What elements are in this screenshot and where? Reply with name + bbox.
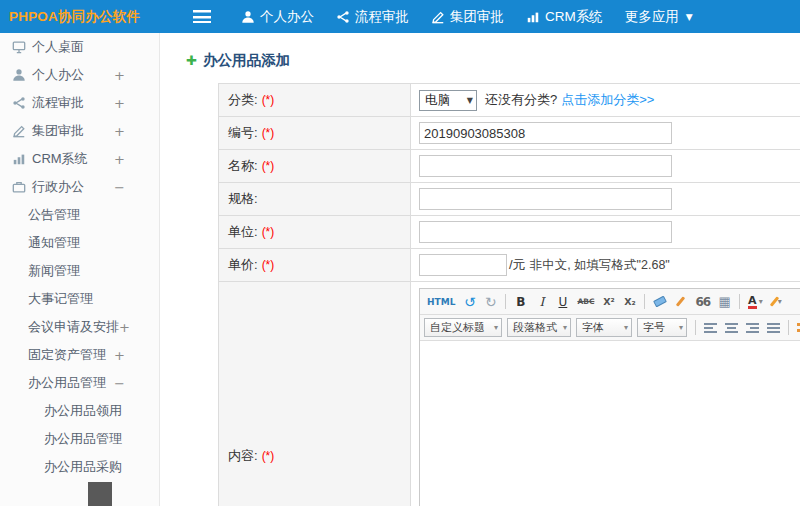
superscript-button[interactable]: X²	[599, 292, 618, 312]
source-code-button[interactable]: HTML	[424, 292, 458, 312]
category-select-value: 电脑	[425, 92, 450, 109]
expand-toggle[interactable]: +	[114, 96, 125, 111]
required-mark: (*)	[262, 225, 275, 239]
expand-toggle[interactable]: +	[114, 152, 125, 167]
code-input[interactable]	[419, 122, 672, 144]
sidebar-item-group-approval[interactable]: 集团审批 +	[0, 117, 159, 145]
code-label: 编号:	[228, 124, 258, 142]
font-family-label: 字体	[582, 320, 604, 335]
unit-input[interactable]	[419, 221, 672, 243]
nav-process-approval[interactable]: 流程审批	[336, 8, 409, 26]
sidebar-item-label: 办公用品管理	[28, 374, 106, 392]
add-category-link[interactable]: 点击添加分类>>	[561, 91, 654, 109]
font-color-button[interactable]: A▾	[745, 292, 766, 312]
align-justify-icon	[767, 322, 780, 333]
collapse-toggle[interactable]: −	[114, 180, 125, 195]
sidebar-item-announcement-mgmt[interactable]: 公告管理	[0, 201, 159, 229]
caret-down-icon: ▾	[494, 323, 498, 332]
remove-format-button[interactable]	[650, 292, 669, 312]
bold-button[interactable]: B	[511, 292, 530, 312]
hamburger-menu-icon[interactable]	[193, 10, 211, 23]
sidebar-item-meeting-request[interactable]: 会议申请及安排 +	[0, 313, 159, 341]
sidebar-item-process-approval[interactable]: 流程审批 +	[0, 89, 159, 117]
nav-group-approval[interactable]: 集团审批	[431, 8, 504, 26]
sidebar-item-office-supplies-mgmt[interactable]: 办公用品管理 −	[0, 369, 159, 397]
font-family-select[interactable]: 字体▾	[576, 318, 632, 337]
nav-label: CRM系统	[545, 8, 603, 26]
subscript-button[interactable]: X₂	[620, 292, 639, 312]
flow-icon	[336, 10, 350, 24]
sidebar-item-notice-mgmt[interactable]: 通知管理	[0, 229, 159, 257]
custom-heading-label: 自定义标题	[430, 320, 485, 335]
table-button[interactable]: ▦	[715, 292, 734, 312]
sidebar-item-supplies-claim[interactable]: 办公用品领用	[0, 397, 159, 425]
select-caret-icon: ▼	[467, 96, 473, 105]
sidebar-item-supplies-purchase[interactable]: 办公用品采购	[0, 453, 159, 481]
form-row-code: 编号: (*)	[219, 117, 800, 150]
collapse-toggle[interactable]: −	[114, 376, 125, 391]
form-row-spec: 规格:	[219, 183, 800, 216]
custom-heading-select[interactable]: 自定义标题▾	[424, 318, 502, 337]
nav-label: 集团审批	[450, 8, 504, 26]
top-navigation: 个人办公 流程审批 集团审批 CRM系统 更多应用 ▼	[241, 8, 693, 26]
expand-toggle[interactable]: +	[119, 320, 130, 335]
sidebar-scrollbar-thumb[interactable]	[88, 482, 112, 506]
spec-label: 规格:	[228, 190, 258, 208]
undo-button[interactable]: ↺	[460, 292, 479, 312]
name-input[interactable]	[419, 155, 672, 177]
brush-icon	[676, 296, 685, 306]
main-content: ✚ 办公用品添加 分类: (*) 电脑 ▼ 还没有分类? 点击添加分类>> 编号…	[160, 33, 800, 506]
sidebar-item-personal-desktop[interactable]: 个人桌面	[0, 33, 159, 61]
highlight-button[interactable]: ▾	[768, 292, 787, 312]
expand-toggle[interactable]: +	[114, 124, 125, 139]
blockquote-button[interactable]: 66	[692, 292, 713, 312]
spec-input[interactable]	[419, 188, 672, 210]
edit-icon	[12, 124, 32, 138]
sidebar-item-label: 流程审批	[32, 94, 84, 112]
font-size-select[interactable]: 字号▾	[637, 318, 687, 337]
align-center-button[interactable]	[722, 318, 741, 338]
redo-button[interactable]: ↻	[481, 292, 500, 312]
expand-toggle[interactable]: +	[114, 68, 125, 83]
nav-personal-office[interactable]: 个人办公	[241, 8, 314, 26]
sidebar-item-supplies-manage[interactable]: 办公用品管理	[0, 425, 159, 453]
category-select[interactable]: 电脑 ▼	[419, 90, 477, 111]
sidebar-item-events-mgmt[interactable]: 大事记管理	[0, 285, 159, 313]
sidebar-item-label: 会议申请及安排	[28, 318, 119, 336]
editor-content-area[interactable]	[420, 341, 800, 506]
content-label: 内容:	[228, 447, 258, 465]
underline-button[interactable]: U	[553, 292, 572, 312]
price-input[interactable]	[419, 254, 507, 276]
expand-toggle[interactable]: +	[114, 348, 125, 363]
app-logo[interactable]: PHPOA协同办公软件	[0, 8, 160, 26]
sidebar-item-label: 办公用品管理	[44, 430, 122, 448]
briefcase-icon	[12, 180, 32, 194]
paragraph-format-select[interactable]: 段落格式▾	[507, 318, 571, 337]
edit-icon	[431, 10, 445, 24]
align-left-button[interactable]	[701, 318, 720, 338]
sidebar-item-personal-office[interactable]: 个人办公 +	[0, 61, 159, 89]
ordered-list-button[interactable]	[794, 318, 800, 338]
font-color-a-icon: A	[748, 295, 757, 309]
sidebar-item-fixed-assets[interactable]: 固定资产管理 +	[0, 341, 159, 369]
italic-button[interactable]: I	[532, 292, 551, 312]
nav-label: 更多应用	[625, 8, 679, 26]
sidebar-item-label: 集团审批	[32, 122, 84, 140]
form-row-content: 内容: (*) HTML ↺ ↻ B I U ABC X² X₂	[219, 282, 800, 506]
sidebar-item-label: 新闻管理	[28, 262, 80, 280]
strikethrough-button[interactable]: ABC	[574, 292, 597, 312]
sidebar-item-label: 行政办公	[32, 178, 84, 196]
nav-more-apps[interactable]: 更多应用 ▼	[625, 8, 693, 26]
nav-crm-system[interactable]: CRM系统	[526, 8, 603, 26]
align-right-button[interactable]	[743, 318, 762, 338]
format-painter-button[interactable]	[671, 292, 690, 312]
sidebar-item-news-mgmt[interactable]: 新闻管理	[0, 257, 159, 285]
sidebar-item-admin-office[interactable]: 行政办公 −	[0, 173, 159, 201]
user-icon	[241, 10, 255, 24]
caret-down-icon: ▾	[624, 323, 628, 332]
paragraph-format-label: 段落格式	[513, 320, 557, 335]
align-justify-button[interactable]	[764, 318, 783, 338]
caret-down-icon: ▾	[563, 323, 567, 332]
caret-down-icon: ▾	[679, 323, 683, 332]
sidebar-item-crm[interactable]: CRM系统 +	[0, 145, 159, 173]
